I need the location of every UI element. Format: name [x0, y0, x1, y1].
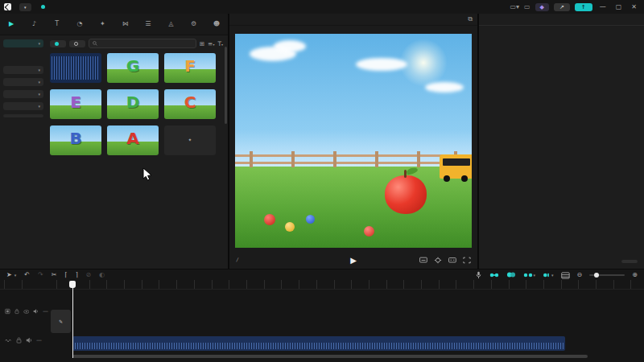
media-scrollbar[interactable] — [225, 47, 227, 124]
video-thumbnail: C — [164, 89, 216, 119]
fit-canvas-icon[interactable] — [434, 257, 442, 264]
tab-text[interactable]: T — [46, 14, 68, 35]
media-item[interactable]: C — [164, 89, 216, 121]
video-thumbnail: B — [50, 125, 101, 155]
timeline-scrollbar[interactable] — [72, 355, 588, 358]
tab-adjustment[interactable]: ⚙ — [182, 14, 204, 35]
video-viewport[interactable] — [235, 34, 472, 248]
share-button[interactable]: ↗ — [554, 3, 570, 11]
record-button[interactable] — [69, 40, 85, 47]
media-item[interactable]: F — [164, 53, 216, 84]
chevron-down-icon: ▾ — [38, 80, 40, 84]
video-thumbnail: D — [107, 89, 159, 119]
collapse-track-icon[interactable]: — — [36, 337, 42, 343]
undo-icon[interactable]: ↶ — [24, 271, 30, 279]
hide-track-icon[interactable] — [23, 309, 30, 315]
sidebar-item-ai-media[interactable]: ▾ — [3, 78, 43, 86]
filter-type-icon[interactable]: T▾ — [217, 40, 223, 47]
audio-clip[interactable] — [72, 336, 565, 351]
cover-button[interactable]: ✎ — [51, 310, 71, 333]
select-tool-icon[interactable]: ➤ — [6, 271, 12, 279]
media-item[interactable]: B — [50, 125, 101, 157]
magnetic-toggle-icon[interactable] — [489, 272, 499, 278]
timeline-zoom-slider[interactable] — [589, 274, 625, 276]
media-item[interactable]: D — [107, 89, 159, 121]
auto-snap-toggle-icon[interactable] — [506, 271, 516, 278]
media-item[interactable]: A — [107, 125, 159, 157]
tab-effects[interactable]: ✦ — [91, 14, 114, 35]
timeline-ruler[interactable] — [0, 280, 644, 290]
preview-quality-icon[interactable] — [419, 257, 427, 264]
tab-filters[interactable]: ◬ — [159, 14, 182, 35]
delete-icon[interactable]: ⊘ — [86, 271, 92, 279]
view-mode-icon[interactable]: ⊞ — [200, 40, 204, 47]
cloud-graphic — [274, 40, 306, 52]
video-thumbnail: F — [164, 53, 216, 83]
playhead-handle[interactable] — [69, 281, 76, 288]
media-item[interactable] — [50, 53, 101, 84]
sidebar-item-dreamina[interactable] — [3, 114, 43, 117]
pro-diamond-icon: ◆ — [540, 4, 544, 10]
lock-icon[interactable] — [14, 308, 19, 315]
fullscreen-icon[interactable] — [463, 257, 471, 264]
sidebar-item-library[interactable]: ▾ — [3, 102, 43, 110]
tab-media[interactable]: ▶ — [0, 14, 23, 35]
mirror-icon[interactable]: ◐ — [99, 271, 105, 279]
pro-button[interactable]: ◆ — [535, 3, 549, 11]
modify-button[interactable] — [621, 260, 638, 263]
maximize-button[interactable]: ▢ — [613, 3, 625, 10]
tab-stickers[interactable]: ◔ — [68, 14, 91, 35]
tab-captions[interactable]: ☰ — [137, 14, 159, 35]
generate-with-ai-button[interactable]: ✦ — [164, 125, 216, 157]
waveform-icon — [5, 338, 12, 343]
sidebar-item-spaces[interactable]: ▾ — [3, 90, 43, 98]
zoom-slider-thumb[interactable] — [594, 273, 599, 278]
chevron-down-icon: ▾ — [38, 41, 40, 46]
sidebar-item-subprojects[interactable] — [3, 59, 43, 62]
mute-track-icon[interactable] — [26, 337, 32, 343]
layout-toggle-icon[interactable]: ▭▾ — [510, 3, 519, 10]
tab-transitions[interactable]: ⋈ — [114, 14, 136, 35]
media-item[interactable]: G — [107, 53, 159, 84]
collapse-track-icon[interactable]: — — [43, 308, 48, 315]
tab-ai-avatar[interactable]: ☻ — [205, 14, 228, 35]
search-input[interactable] — [89, 39, 196, 48]
timecode: / — [236, 257, 239, 263]
export-button[interactable]: ↑ — [575, 3, 592, 11]
aspect-ratio-icon[interactable] — [448, 257, 456, 264]
redo-icon[interactable]: ↷ — [38, 271, 43, 279]
delete-right-icon[interactable]: ⌉ — [75, 271, 77, 279]
lock-icon[interactable] — [16, 337, 22, 343]
sidebar-item-yours[interactable]: ▾ — [3, 66, 43, 74]
mute-track-icon[interactable] — [33, 308, 39, 315]
panel-layout-icon[interactable]: ▭ — [524, 3, 530, 10]
cloud-graphic — [425, 82, 464, 93]
sidebar-item-import[interactable]: ▾ — [3, 39, 43, 47]
sidebar-item-media[interactable] — [3, 51, 43, 55]
record-icon — [74, 42, 78, 46]
thumbnail-letter: D — [107, 93, 159, 112]
preview-axis-toggle-icon[interactable]: ▾ — [543, 272, 554, 278]
close-button[interactable]: ✕ — [629, 3, 639, 10]
tab-audio[interactable]: ♪ — [23, 14, 45, 35]
minimize-button[interactable]: — — [597, 3, 609, 10]
track-type-icon — [5, 308, 10, 315]
sort-icon[interactable]: ≡▾ — [208, 40, 214, 47]
video-thumbnail: E — [50, 89, 101, 119]
video-thumbnail: A — [107, 125, 159, 155]
timeline-toolbar: ➤▾ ↶ ↷ ✂ ⌈ ⌉ ⊘ ◐ ▾ ▾ ⊖ ⊕ — [0, 269, 644, 280]
zoom-out-icon[interactable]: ⊖ — [577, 271, 583, 279]
media-item[interactable]: E — [50, 89, 101, 121]
delete-left-icon[interactable]: ⌈ — [64, 271, 67, 279]
playhead-line[interactable] — [72, 281, 73, 358]
linked-toggle-icon[interactable]: ▾ — [523, 272, 536, 278]
zoom-in-icon[interactable]: ⊕ — [632, 271, 638, 279]
split-icon[interactable]: ✂ — [52, 271, 57, 279]
audio-thumbnail — [50, 53, 101, 83]
detach-player-icon[interactable]: ⧉ — [468, 15, 473, 23]
import-button[interactable] — [50, 40, 66, 47]
audio-track-header: — — [0, 335, 48, 345]
menu-button[interactable]: ▾ — [19, 3, 31, 11]
autosave-status-icon — [41, 5, 45, 9]
video-track-header: — — [0, 306, 48, 316]
